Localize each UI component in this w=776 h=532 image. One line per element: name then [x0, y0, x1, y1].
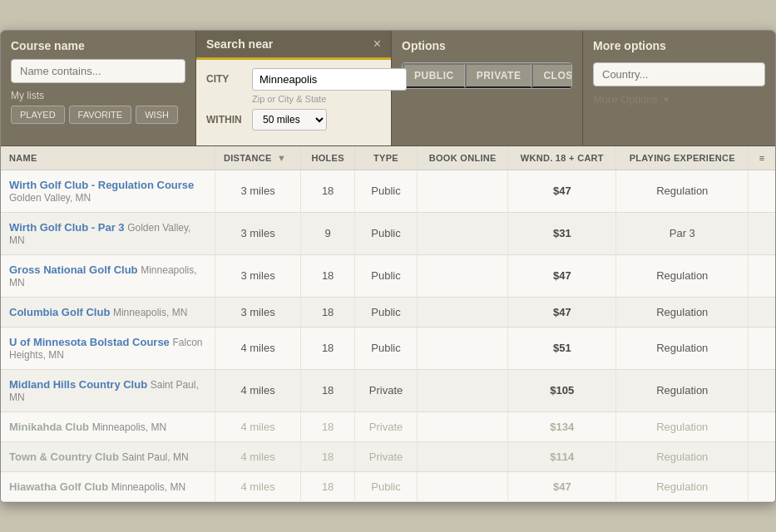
col-header-menu[interactable]: ≡	[749, 146, 775, 170]
cell-distance: 4 miles	[215, 441, 300, 471]
type-buttons-group: PUBLIC PRIVATE CLOSED	[402, 62, 572, 89]
private-type-button[interactable]: PRIVATE	[465, 63, 532, 88]
cell-wknd-cart: $47	[508, 471, 616, 501]
cell-playing-exp: Par 3	[616, 212, 749, 254]
col-header-holes: HOLES	[301, 146, 355, 170]
cell-holes: 18	[301, 441, 355, 471]
my-lists-label: My lists	[11, 90, 185, 101]
cell-book-online	[418, 254, 508, 297]
cell-menu	[749, 369, 775, 411]
cell-course-name: Wirth Golf Club - Par 3 Golden Valley, M…	[1, 212, 215, 254]
table-row: Minikahda Club Minneapolis, MN 4 miles 1…	[1, 411, 775, 441]
cell-wknd-cart: $47	[508, 170, 616, 212]
course-link[interactable]: Wirth Golf Club - Regulation Course	[9, 179, 194, 191]
table-header: NAME DISTANCE ▼ HOLES TYPE BOOK ONLINE W…	[1, 146, 775, 170]
cell-wknd-cart: $134	[508, 411, 616, 441]
cell-holes: 18	[301, 471, 355, 501]
cell-wknd-cart: $31	[508, 212, 616, 254]
table-row: Wirth Golf Club - Regulation Course Gold…	[1, 170, 775, 212]
cell-book-online	[418, 327, 508, 369]
table-row: Hiawatha Golf Club Minneapolis, MN 4 mil…	[1, 471, 775, 501]
cell-book-online	[418, 369, 508, 411]
sort-arrow-icon: ▼	[277, 153, 286, 163]
panel-course-name: Course name My lists PLAYED FAVORITE WIS…	[1, 31, 196, 145]
cell-menu	[749, 471, 775, 501]
course-link[interactable]: Town & Country Club	[9, 451, 119, 463]
cell-holes: 18	[301, 411, 355, 441]
cell-holes: 18	[301, 170, 355, 212]
course-location: Minneapolis, MN	[113, 307, 187, 318]
chevron-down-icon: ▼	[662, 95, 670, 104]
more-options-link[interactable]: More Options ▼	[593, 93, 765, 106]
course-location: Golden Valley, MN	[9, 192, 91, 204]
more-options-title: More options	[593, 39, 765, 52]
cell-book-online	[418, 297, 508, 327]
name-contains-input[interactable]	[11, 59, 185, 83]
close-icon[interactable]: ×	[373, 37, 381, 51]
cell-book-online	[418, 212, 508, 254]
cell-distance: 4 miles	[215, 369, 300, 411]
cell-distance: 4 miles	[215, 411, 300, 441]
course-link[interactable]: Minikahda Club	[9, 421, 89, 433]
closed-type-button[interactable]: CLOSED	[531, 63, 572, 88]
cell-playing-exp: Regulation	[616, 471, 749, 501]
city-input[interactable]	[252, 68, 407, 91]
course-location: Saint Paul, MN	[122, 451, 189, 463]
cell-distance: 4 miles	[215, 471, 300, 501]
cell-distance: 3 miles	[215, 297, 300, 327]
cell-course-name: Minikahda Club Minneapolis, MN	[1, 411, 215, 441]
cell-holes: 18	[301, 254, 355, 297]
played-button[interactable]: PLAYED	[11, 106, 65, 124]
cell-playing-exp: Regulation	[616, 327, 749, 369]
app-container: Course name My lists PLAYED FAVORITE WIS…	[0, 30, 776, 503]
cell-wknd-cart: $47	[508, 297, 616, 327]
cell-holes: 18	[301, 327, 355, 369]
wish-button[interactable]: WISH	[136, 106, 178, 124]
zip-hint: Zip or City & State	[252, 94, 381, 104]
cell-course-name: U of Minnesota Bolstad Course Falcon Hei…	[1, 327, 215, 369]
course-link[interactable]: U of Minnesota Bolstad Course	[9, 336, 170, 348]
course-link[interactable]: Hiawatha Golf Club	[9, 480, 108, 493]
cell-playing-exp: Regulation	[616, 170, 749, 212]
search-near-title: Search near	[206, 37, 273, 51]
table-row: Gross National Golf Club Minneapolis, MN…	[1, 254, 775, 297]
cell-menu	[749, 327, 775, 369]
favorite-button[interactable]: FAVORITE	[69, 106, 132, 124]
cell-distance: 3 miles	[215, 212, 300, 254]
within-label: WITHIN	[206, 114, 252, 126]
cell-type: Private	[355, 369, 418, 411]
course-link[interactable]: Midland Hills Country Club	[9, 378, 147, 391]
cell-menu	[749, 297, 775, 327]
cell-distance: 4 miles	[215, 327, 300, 369]
cell-book-online	[418, 441, 508, 471]
col-header-name: NAME	[1, 146, 215, 170]
within-select[interactable]: 10 miles 25 miles 50 miles 100 miles	[252, 109, 327, 131]
cell-menu	[749, 170, 775, 212]
col-header-distance[interactable]: DISTANCE ▼	[215, 146, 300, 170]
public-type-button[interactable]: PUBLIC	[403, 63, 465, 88]
cell-playing-exp: Regulation	[616, 441, 749, 471]
course-link[interactable]: Columbia Golf Club	[9, 306, 110, 318]
country-input[interactable]	[593, 62, 765, 86]
cell-menu	[749, 254, 775, 297]
cell-menu	[749, 411, 775, 441]
table-row: U of Minnesota Bolstad Course Falcon Hei…	[1, 327, 775, 369]
col-header-type: TYPE	[355, 146, 418, 170]
table-container: NAME DISTANCE ▼ HOLES TYPE BOOK ONLINE W…	[1, 146, 775, 502]
course-link[interactable]: Wirth Golf Club - Par 3	[9, 221, 125, 234]
cell-playing-exp: Regulation	[616, 297, 749, 327]
cell-distance: 3 miles	[215, 254, 300, 297]
cell-wknd-cart: $105	[508, 369, 616, 411]
course-location: Minneapolis, MN	[111, 481, 185, 493]
city-label: CITY	[206, 73, 252, 85]
table-row: Wirth Golf Club - Par 3 Golden Valley, M…	[1, 212, 775, 254]
panel-options: Options PUBLIC PRIVATE CLOSED	[392, 31, 583, 145]
results-table: NAME DISTANCE ▼ HOLES TYPE BOOK ONLINE W…	[1, 146, 775, 502]
cell-holes: 9	[301, 212, 355, 254]
cell-menu	[749, 441, 775, 471]
course-link[interactable]: Gross National Golf Club	[9, 264, 138, 276]
table-row: Midland Hills Country Club Saint Paul, M…	[1, 369, 775, 411]
table-row: Columbia Golf Club Minneapolis, MN 3 mil…	[1, 297, 775, 327]
toolbar: Course name My lists PLAYED FAVORITE WIS…	[1, 31, 775, 146]
panel-search-near: Search near × CITY Zip or City & State W…	[196, 31, 392, 145]
